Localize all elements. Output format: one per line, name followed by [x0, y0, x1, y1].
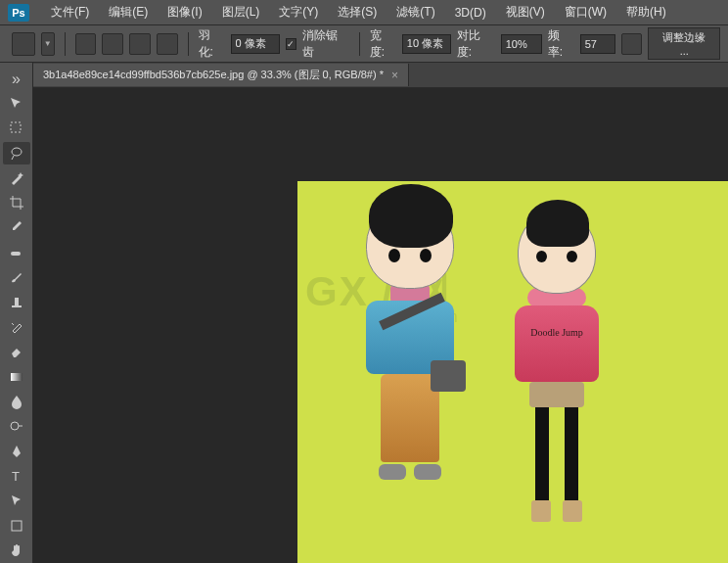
- menu-type[interactable]: 文字(Y): [269, 2, 328, 23]
- selection-new-icon[interactable]: [75, 33, 97, 55]
- eyedropper-tool-icon[interactable]: [3, 216, 30, 239]
- document-tab[interactable]: 3b1a48e89ce14cd99ffbd536b7cb625e.jpg @ 3…: [33, 64, 409, 86]
- marquee-tool-icon[interactable]: [3, 117, 30, 140]
- refine-edge-button[interactable]: 调整边缘 ...: [648, 27, 720, 60]
- svg-rect-2: [11, 373, 23, 381]
- contrast-label: 对比度:: [457, 27, 495, 61]
- canvas-figure-girl: Doodle Jump: [503, 211, 611, 522]
- menu-help[interactable]: 帮助(H): [616, 2, 676, 23]
- document-area: 3b1a48e89ce14cd99ffbd536b7cb625e.jpg @ 3…: [33, 63, 728, 563]
- selection-intersect-icon[interactable]: [157, 33, 178, 55]
- menu-window[interactable]: 窗口(W): [555, 2, 616, 23]
- brush-tool-icon[interactable]: [3, 266, 30, 289]
- document-tab-bar: 3b1a48e89ce14cd99ffbd536b7cb625e.jpg @ 3…: [33, 63, 728, 88]
- feather-label: 羽化:: [199, 27, 225, 61]
- magic-wand-tool-icon[interactable]: [3, 166, 30, 189]
- move-tool-icon[interactable]: [3, 92, 30, 115]
- contrast-input[interactable]: [501, 34, 542, 54]
- eraser-tool-icon[interactable]: [3, 341, 30, 363]
- menu-layer[interactable]: 图层(L): [212, 2, 270, 23]
- menu-edit[interactable]: 编辑(E): [99, 2, 158, 23]
- blur-tool-icon[interactable]: [3, 390, 30, 412]
- selection-add-icon[interactable]: [102, 33, 123, 55]
- separator: [65, 32, 66, 56]
- svg-rect-1: [11, 252, 21, 256]
- feather-input[interactable]: [231, 34, 280, 54]
- clone-stamp-tool-icon[interactable]: [3, 291, 30, 313]
- svg-point-3: [11, 422, 19, 430]
- app-logo-icon: Ps: [8, 4, 29, 22]
- document-tab-title: 3b1a48e89ce14cd99ffbd536b7cb625e.jpg @ 3…: [43, 68, 384, 82]
- canvas-figure-boy: [346, 201, 474, 482]
- lasso-tool-icon[interactable]: [3, 142, 30, 164]
- antialias-label: 消除锯齿: [302, 27, 348, 61]
- options-bar: ▼ 羽化: ✓ 消除锯齿 宽度: 对比度: 频率: 调整边缘 ...: [0, 25, 728, 63]
- svg-text:T: T: [12, 469, 20, 484]
- hoodie-text: Doodle Jump: [515, 327, 599, 338]
- width-input[interactable]: [402, 34, 451, 54]
- type-tool-icon[interactable]: T: [3, 465, 30, 488]
- pen-pressure-icon[interactable]: [621, 33, 643, 55]
- crop-tool-icon[interactable]: [3, 192, 30, 214]
- hand-tool-icon[interactable]: [3, 540, 30, 562]
- separator: [188, 32, 189, 56]
- healing-brush-tool-icon[interactable]: [3, 241, 30, 263]
- shape-tool-icon[interactable]: [3, 514, 30, 537]
- gradient-tool-icon[interactable]: [3, 365, 30, 388]
- menu-select[interactable]: 选择(S): [328, 2, 387, 23]
- menu-3d[interactable]: 3D(D): [445, 4, 496, 22]
- canvas-background[interactable]: GX / 网 .com Doodle Jump: [33, 88, 728, 563]
- menu-image[interactable]: 图像(I): [158, 2, 211, 23]
- svg-rect-0: [11, 122, 21, 132]
- menu-file[interactable]: 文件(F): [41, 2, 99, 23]
- canvas[interactable]: GX / 网 .com Doodle Jump: [297, 181, 728, 563]
- selection-subtract-icon[interactable]: [129, 33, 151, 55]
- frequency-input[interactable]: [580, 34, 615, 54]
- dodge-tool-icon[interactable]: [3, 415, 30, 438]
- separator: [359, 32, 360, 56]
- frequency-label: 频率:: [548, 27, 574, 61]
- menu-filter[interactable]: 滤镜(T): [387, 2, 444, 23]
- collapse-toolbox-icon[interactable]: »: [3, 68, 30, 90]
- menu-bar: Ps 文件(F) 编辑(E) 图像(I) 图层(L) 文字(Y) 选择(S) 滤…: [0, 0, 728, 25]
- workspace: » T 3b1a48e89ce14cd99ffbd536b7cb625e.jpg…: [0, 63, 728, 563]
- antialias-checkbox[interactable]: ✓: [286, 38, 297, 50]
- tool-preset-icon[interactable]: [12, 32, 35, 56]
- close-tab-icon[interactable]: ×: [391, 69, 398, 82]
- menu-view[interactable]: 视图(V): [496, 2, 555, 23]
- svg-rect-5: [12, 521, 22, 531]
- history-brush-tool-icon[interactable]: [3, 315, 30, 338]
- tool-preset-dropdown[interactable]: ▼: [41, 32, 55, 56]
- pen-tool-icon[interactable]: [3, 440, 30, 462]
- path-selection-tool-icon[interactable]: [3, 490, 30, 512]
- width-label: 宽度:: [370, 27, 396, 61]
- toolbox: » T: [0, 63, 33, 563]
